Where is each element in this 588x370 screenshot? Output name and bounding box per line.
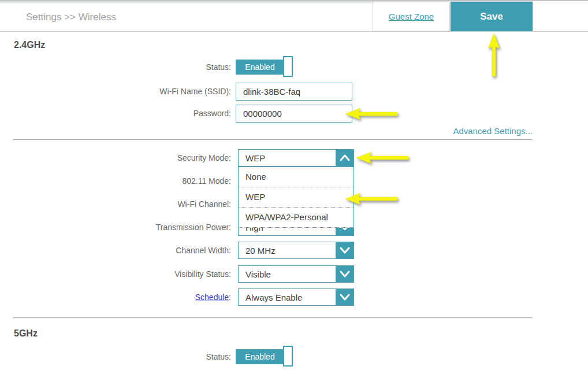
section-heading-24ghz: 2.4GHz xyxy=(14,40,45,50)
chevron-down-icon[interactable] xyxy=(336,242,353,258)
schedule-select[interactable]: Always Enable xyxy=(238,288,354,306)
transmission-power-label: Transmission Power: xyxy=(0,222,231,232)
status-toggle-24ghz[interactable]: Enabled xyxy=(236,60,284,75)
breadcrumb: Settings >> Wireless xyxy=(26,12,116,23)
section-heading-5ghz: 5GHz xyxy=(14,328,38,339)
channel-width-value: 20 MHz xyxy=(239,246,276,256)
security-mode-dropdown: None WEP WPA/WPA2-Personal xyxy=(238,166,354,228)
channel-width-label: Channel Width: xyxy=(0,245,231,256)
security-mode-select[interactable]: WEP xyxy=(238,149,354,166)
password-label: Password: xyxy=(0,108,231,119)
schedule-label: Schedule: xyxy=(0,292,231,302)
dropdown-option-none[interactable]: None xyxy=(239,167,353,187)
section-divider xyxy=(13,139,533,140)
status-toggle-5ghz[interactable]: Enabled xyxy=(236,349,284,364)
dropdown-option-wep[interactable]: WEP xyxy=(239,187,353,208)
wireless-settings-page: Settings >> Wireless Guest Zone Save 2.4… xyxy=(0,0,588,370)
visibility-status-select[interactable]: Visible xyxy=(238,265,354,283)
guest-zone-link[interactable]: Guest Zone xyxy=(389,12,434,21)
status-label: Status: xyxy=(0,62,231,72)
visibility-status-label: Visibility Status: xyxy=(0,269,231,279)
section-divider xyxy=(13,317,533,318)
chevron-up-icon[interactable] xyxy=(336,150,353,166)
security-mode-label: Security Mode: xyxy=(0,153,231,163)
wifi-channel-label: Wi-Fi Channel: xyxy=(0,199,231,209)
guest-zone-cell: Guest Zone xyxy=(373,2,450,31)
ssid-label: Wi-Fi Name (SSID): xyxy=(0,86,231,97)
security-select-pointer-arrow-icon xyxy=(355,151,410,165)
save-button[interactable]: Save xyxy=(451,2,533,31)
security-mode-value: WEP xyxy=(239,153,265,163)
password-input[interactable] xyxy=(236,105,352,123)
80211-mode-label: 802.11 Mode: xyxy=(0,176,231,186)
status-label-5ghz: Status: xyxy=(0,352,231,362)
dropdown-option-wpa[interactable]: WPA/WPA2-Personal xyxy=(239,208,353,227)
advanced-settings-link[interactable]: Advanced Settings... xyxy=(0,126,533,136)
schedule-value: Always Enable xyxy=(239,293,302,302)
ssid-input[interactable] xyxy=(236,83,352,101)
schedule-link[interactable]: Schedule xyxy=(195,293,229,302)
status-toggle-handle-5ghz[interactable] xyxy=(283,346,293,367)
visibility-status-value: Visible xyxy=(239,269,271,279)
chevron-down-icon[interactable] xyxy=(336,266,353,282)
password-pointer-arrow-icon xyxy=(344,107,399,121)
chevron-down-icon[interactable] xyxy=(336,289,353,305)
status-toggle-handle[interactable] xyxy=(283,56,293,77)
channel-width-select[interactable]: 20 MHz xyxy=(238,242,354,259)
schedule-colon: : xyxy=(229,293,231,302)
save-pointer-arrow-icon xyxy=(486,32,501,77)
